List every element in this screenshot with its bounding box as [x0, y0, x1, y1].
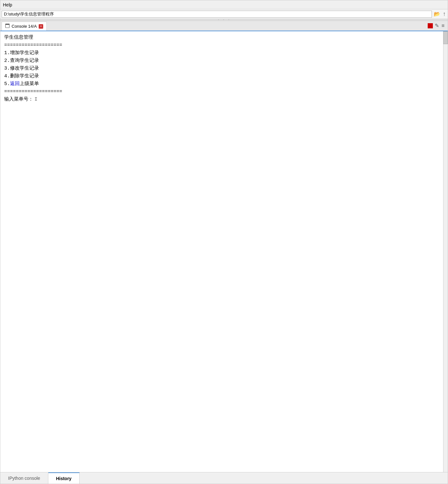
- console-line: 1.增加学生记录: [4, 49, 441, 57]
- menu-bar-title[interactable]: Help: [3, 2, 12, 7]
- bottom-tab-ipython-label: IPython console: [8, 476, 40, 481]
- menu-bar: Help: [0, 0, 448, 9]
- navigate-up-icon: ↑: [443, 11, 446, 17]
- stop-button[interactable]: [428, 23, 433, 28]
- text-cursor: I: [34, 96, 37, 103]
- console-area[interactable]: 学生信息管理====================1.增加学生记录2.查询学生…: [0, 31, 448, 472]
- scrollbar-thumb[interactable]: [443, 31, 448, 44]
- edit-icon: ✎: [435, 23, 439, 29]
- tab-close-button[interactable]: ×: [39, 24, 43, 29]
- menu-icon: ≡: [442, 23, 444, 29]
- open-folder-button[interactable]: 📂: [433, 10, 441, 18]
- edit-button[interactable]: ✎: [434, 22, 440, 29]
- console-line: 4.删除学生记录: [4, 73, 441, 80]
- navigate-up-button[interactable]: ↑: [442, 10, 446, 18]
- close-icon: ×: [40, 24, 42, 28]
- bottom-tab-history[interactable]: History: [48, 472, 80, 484]
- console-line: ====================: [4, 88, 441, 96]
- bottom-tab-history-label: History: [56, 476, 72, 481]
- menu-button[interactable]: ≡: [441, 22, 445, 29]
- console-tab[interactable]: Console 14/A ×: [2, 22, 47, 31]
- console-content: 学生信息管理====================1.增加学生记录2.查询学生…: [4, 34, 441, 103]
- console-tab-label: Console 14/A: [12, 24, 37, 29]
- bottom-tab-bar: IPython console History: [0, 472, 448, 484]
- scrollbar-track[interactable]: [443, 31, 448, 472]
- open-folder-icon: 📂: [434, 11, 440, 17]
- console-line: 2.查询学生记录: [4, 57, 441, 65]
- console-line: ====================: [4, 42, 441, 49]
- console-tab-icon: [5, 24, 10, 29]
- path-input[interactable]: [2, 11, 432, 18]
- tab-actions: ✎ ≡: [428, 22, 448, 31]
- console-line: 学生信息管理: [4, 34, 441, 42]
- console-line: 5.返回上级菜单: [4, 80, 441, 88]
- svg-rect-1: [5, 24, 9, 25]
- console-line: 输入菜单号：I: [4, 96, 441, 103]
- path-bar: 📂 ↑: [0, 9, 448, 19]
- tab-bar: Console 14/A × ✎ ≡: [0, 21, 448, 31]
- main-window: Help 📂 ↑ · · · Console 14/A ×: [0, 0, 448, 484]
- console-line: 3.修改学生记录: [4, 65, 441, 73]
- bottom-tab-ipython[interactable]: IPython console: [0, 472, 48, 484]
